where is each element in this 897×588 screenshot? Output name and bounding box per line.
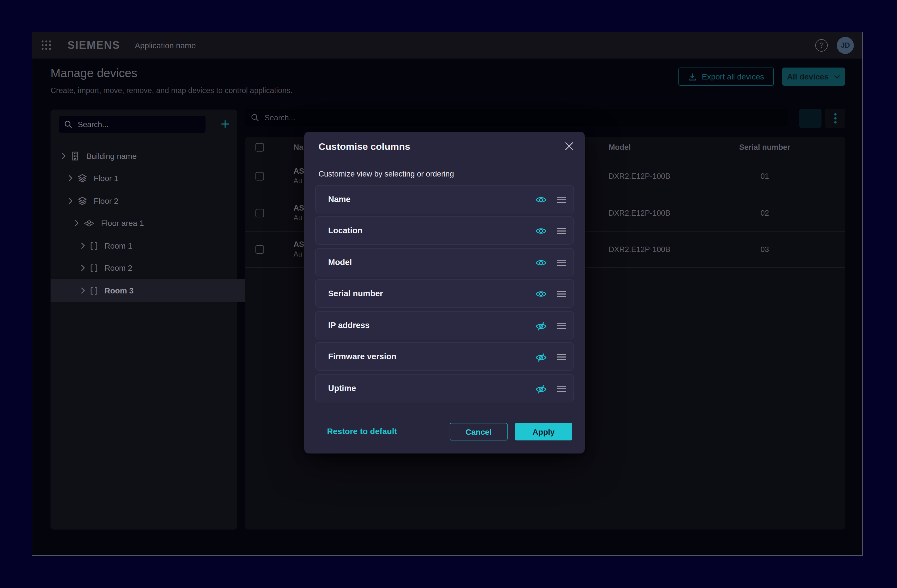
dialog-title: Customise columns — [318, 141, 410, 153]
top-bar: SIEMENS Application name ? JD — [32, 32, 862, 58]
avatar[interactable]: JD — [837, 37, 854, 53]
tree-item-label: Room 1 — [104, 241, 132, 250]
tree-search-input[interactable] — [77, 119, 201, 129]
application-name: Application name — [135, 41, 196, 50]
cancel-button[interactable]: Cancel — [450, 423, 508, 440]
visibility-toggle[interactable] — [535, 290, 547, 298]
more-actions-button[interactable] — [825, 109, 845, 128]
building-icon — [71, 151, 80, 160]
tree-item-floor-1[interactable]: Floor 1 — [51, 167, 255, 189]
device-name: AS — [294, 204, 304, 212]
visibility-toggle[interactable] — [535, 196, 547, 204]
tree-item-label: Room 3 — [104, 286, 134, 295]
customise-columns-dialog: Customise columns Customize view by sele… — [304, 132, 585, 454]
column-item-label: Serial number — [328, 289, 383, 298]
chevron-right-icon[interactable] — [81, 264, 85, 271]
app-launcher-icon[interactable] — [41, 40, 52, 50]
view-options-button[interactable] — [799, 109, 822, 128]
visibility-toggle[interactable] — [535, 227, 547, 235]
row-checkbox[interactable] — [256, 172, 264, 180]
drag-handle-icon[interactable] — [556, 354, 566, 360]
device-search-input[interactable] — [263, 113, 782, 122]
export-all-devices-button[interactable]: Export all devices — [678, 67, 774, 86]
device-name: AS — [294, 167, 304, 176]
device-name: AS — [294, 240, 304, 249]
row-checkbox[interactable] — [256, 209, 264, 217]
chevron-right-icon[interactable] — [68, 197, 73, 204]
page-title: Manage devices — [51, 66, 138, 80]
drag-handle-icon[interactable] — [556, 196, 566, 203]
device-model: DXR2.E12P-100B — [609, 245, 670, 254]
desktop: SIEMENS Application name ? JD Manage dev… — [0, 0, 897, 588]
tree-item-label: Floor 1 — [94, 174, 118, 183]
all-devices-dropdown[interactable]: All devices — [782, 67, 845, 86]
column-header-serial-number[interactable]: Serial number — [733, 143, 796, 151]
search-icon — [251, 113, 259, 121]
chevron-right-icon[interactable] — [61, 153, 66, 159]
device-model: DXR2.E12P-100B — [609, 209, 670, 217]
column-item-firmware-version[interactable]: Firmware version — [315, 342, 574, 371]
floor-icon — [78, 196, 87, 205]
drag-handle-icon[interactable] — [556, 260, 566, 266]
tree-item-building-name[interactable]: Building name — [51, 145, 248, 167]
floor-icon — [78, 174, 87, 183]
restore-to-default-link[interactable]: Restore to default — [327, 427, 397, 436]
apply-button[interactable]: Apply — [515, 423, 572, 440]
add-node-button[interactable] — [220, 119, 230, 129]
export-label: Export all devices — [702, 72, 764, 81]
column-item-label: Model — [328, 258, 352, 267]
download-icon — [688, 72, 696, 81]
tree-item-room-3[interactable]: Room 3 — [51, 279, 267, 302]
visibility-toggle[interactable] — [535, 385, 547, 394]
drag-handle-icon[interactable] — [556, 290, 566, 298]
column-item-serial-number[interactable]: Serial number — [315, 279, 574, 308]
tree-search[interactable] — [59, 116, 205, 133]
device-serial: 01 — [733, 172, 796, 180]
visibility-toggle[interactable] — [535, 353, 547, 362]
device-serial: 03 — [733, 245, 796, 254]
kebab-menu-icon — [834, 113, 837, 124]
scope-label: All devices — [787, 72, 828, 81]
chevron-right-icon[interactable] — [81, 242, 85, 249]
device-search[interactable] — [245, 109, 788, 126]
page-subtitle: Create, import, move, remove, and map de… — [51, 86, 292, 95]
select-all-checkbox[interactable] — [256, 143, 264, 151]
device-name-sub: Au — [294, 214, 302, 222]
tree-item-floor-2[interactable]: Floor 2 — [51, 189, 255, 212]
column-header-model[interactable]: Model — [609, 143, 631, 151]
column-item-location[interactable]: Location — [315, 216, 574, 244]
column-item-label: Name — [328, 195, 351, 204]
chevron-right-icon[interactable] — [68, 175, 73, 182]
room-icon — [90, 241, 98, 250]
drag-handle-icon[interactable] — [556, 322, 566, 329]
tree-item-label: Floor area 1 — [101, 218, 144, 228]
visibility-toggle[interactable] — [535, 259, 547, 267]
close-icon[interactable] — [565, 142, 573, 150]
column-item-uptime[interactable]: Uptime — [315, 374, 574, 402]
device-model: DXR2.E12P-100B — [609, 172, 670, 180]
drag-handle-icon[interactable] — [556, 385, 566, 392]
tree-item-label: Room 2 — [104, 263, 132, 272]
help-icon[interactable]: ? — [815, 39, 828, 51]
dialog-subtitle: Customize view by selecting or ordering — [318, 170, 454, 178]
drag-handle-icon[interactable] — [556, 228, 566, 234]
chevron-right-icon[interactable] — [81, 287, 85, 294]
column-item-label: Uptime — [328, 384, 356, 393]
row-checkbox[interactable] — [256, 245, 264, 254]
tree-item-room-1[interactable]: Room 1 — [51, 234, 267, 257]
chevron-down-icon — [834, 75, 840, 79]
visibility-toggle[interactable] — [535, 322, 547, 331]
column-item-name[interactable]: Name — [315, 185, 574, 214]
siemens-logo: SIEMENS — [67, 39, 120, 51]
device-name-sub: Au — [294, 250, 302, 258]
tree-item-floor-area-1[interactable]: Floor area 1 — [51, 212, 261, 234]
device-name-sub: Au — [294, 177, 302, 185]
tree-item-room-2[interactable]: Room 2 — [51, 257, 267, 279]
device-serial: 02 — [733, 209, 796, 217]
column-item-ip-address[interactable]: IP address — [315, 311, 574, 339]
column-item-label: Firmware version — [328, 352, 396, 361]
chevron-right-icon[interactable] — [74, 220, 79, 226]
room-icon — [90, 286, 98, 295]
floor-area-icon — [84, 219, 94, 227]
column-item-model[interactable]: Model — [315, 248, 574, 276]
